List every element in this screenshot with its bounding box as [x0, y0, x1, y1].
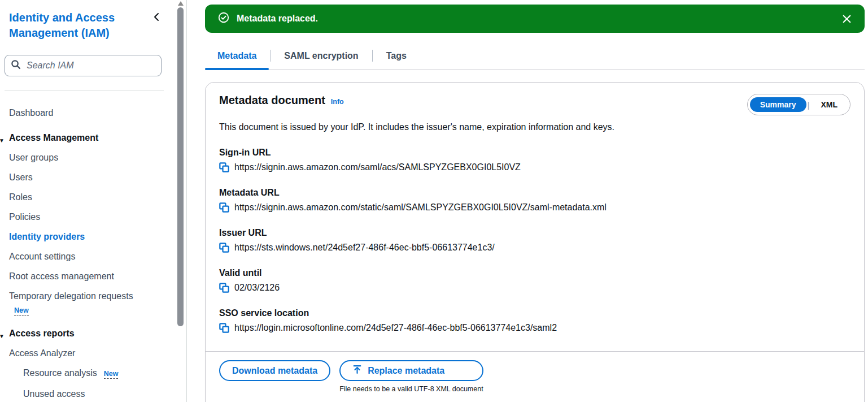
card-title: Metadata document — [219, 94, 325, 107]
card-footer: Download metadata Replace metadata File … — [206, 351, 864, 402]
view-toggle: Summary | XML — [747, 94, 850, 115]
sidebar-item-account-settings[interactable]: Account settings — [0, 247, 186, 266]
info-link[interactable]: Info — [331, 98, 344, 106]
success-banner: Metadata replaced. — [205, 5, 865, 33]
tab-bar: Metadata SAML encryption Tags — [205, 45, 865, 70]
field-issuer-url: Issuer URL https://sts.windows.net/24d5e… — [219, 228, 850, 253]
sidebar-item-unused-access[interactable]: Unused access — [0, 384, 186, 402]
field-value: https://signin.aws.amazon.com/saml/acs/S… — [234, 162, 521, 172]
copy-icon[interactable] — [219, 202, 229, 213]
sidebar-item-users[interactable]: Users — [0, 167, 186, 187]
sidebar-section-access-management[interactable]: ▼ Access Management — [0, 128, 186, 148]
new-badge[interactable]: New — [104, 370, 119, 379]
metadata-document-card: Metadata document Info Summary | XML Thi… — [205, 82, 865, 402]
download-metadata-button[interactable]: Download metadata — [219, 360, 330, 381]
success-check-icon — [217, 11, 230, 26]
replace-hint: File needs to be a valid UTF-8 XML docum… — [339, 385, 483, 393]
field-sso-service-location: SSO service location https://login.micro… — [219, 308, 850, 333]
sidebar-divider — [5, 90, 164, 90]
field-value: https://signin.aws.amazon.com/static/sam… — [234, 202, 607, 213]
sidebar-item-access-analyzer[interactable]: Access Analyzer — [0, 343, 186, 363]
copy-icon[interactable] — [219, 243, 229, 253]
field-value: 02/03/2126 — [234, 283, 280, 293]
tab-saml-encryption[interactable]: SAML encryption — [272, 45, 370, 70]
replace-metadata-button[interactable]: Replace metadata — [339, 360, 483, 381]
sidebar-item-identity-providers[interactable]: Identity providers — [0, 227, 186, 247]
field-label: Metadata URL — [219, 188, 850, 198]
search-iam-box[interactable] — [5, 55, 162, 76]
banner-message: Metadata replaced. — [237, 14, 318, 24]
sidebar-nav: Dashboard ▼ Access Management User group… — [0, 103, 186, 402]
main-content: Metadata replaced. Metadata SAML encrypt… — [187, 0, 868, 402]
tab-separator — [270, 50, 271, 62]
copy-icon[interactable] — [219, 283, 229, 293]
search-icon — [11, 59, 21, 72]
sidebar-item-roles[interactable]: Roles — [0, 187, 186, 207]
sidebar-title: Identity and Access Management (IAM) — [9, 10, 128, 41]
field-label: SSO service location — [219, 308, 850, 318]
sidebar-item-resource-analysis[interactable]: Resource analysisNew — [0, 363, 186, 384]
copy-icon[interactable] — [219, 323, 229, 333]
field-sign-in-url: Sign-in URL https://signin.aws.amazon.co… — [219, 148, 850, 172]
field-value: https://login.microsoftonline.com/24d5ef… — [234, 323, 557, 333]
copy-icon[interactable] — [219, 162, 229, 172]
caret-down-icon: ▼ — [0, 330, 5, 342]
sidebar-item-dashboard[interactable]: Dashboard — [0, 103, 186, 123]
collapse-sidebar-icon[interactable] — [152, 12, 162, 24]
sidebar: Identity and Access Management (IAM) Das… — [0, 0, 187, 402]
card-description: This document is issued by your IdP. It … — [219, 122, 850, 132]
sidebar-item-user-groups[interactable]: User groups — [0, 148, 186, 167]
sidebar-item-policies[interactable]: Policies — [0, 207, 186, 227]
scrollbar-thumb[interactable] — [177, 7, 184, 326]
toggle-xml[interactable]: XML — [810, 97, 848, 112]
field-label: Valid until — [219, 268, 850, 278]
toggle-summary[interactable]: Summary — [750, 97, 806, 112]
caret-down-icon: ▼ — [0, 135, 5, 146]
sidebar-scrollbar[interactable] — [177, 0, 185, 402]
field-metadata-url: Metadata URL https://signin.aws.amazon.c… — [219, 188, 850, 213]
field-label: Issuer URL — [219, 228, 850, 238]
search-input[interactable] — [27, 60, 155, 71]
toggle-divider: | — [808, 100, 810, 110]
tab-separator — [372, 50, 373, 62]
scrollbar-up-arrow-icon[interactable] — [178, 1, 184, 6]
field-label: Sign-in URL — [219, 148, 850, 158]
new-badge[interactable]: New — [14, 306, 29, 315]
banner-close-icon[interactable] — [841, 14, 852, 24]
tab-metadata[interactable]: Metadata — [205, 45, 269, 70]
upload-icon — [352, 365, 362, 377]
sidebar-item-root-access-management[interactable]: Root access management — [0, 266, 186, 286]
sidebar-section-access-reports[interactable]: ▼ Access reports — [0, 323, 186, 343]
temporary-delegation-new-badge-row: New — [0, 305, 186, 318]
page: Identity and Access Management (IAM) Das… — [0, 0, 868, 402]
field-valid-until: Valid until 02/03/2126 — [219, 268, 850, 293]
field-value: https://sts.windows.net/24d5ef27-486f-46… — [234, 243, 495, 253]
sidebar-item-temporary-delegation-requests[interactable]: Temporary delegation requests — [0, 286, 186, 306]
tab-tags[interactable]: Tags — [374, 45, 419, 70]
sidebar-header: Identity and Access Management (IAM) — [0, 10, 186, 41]
